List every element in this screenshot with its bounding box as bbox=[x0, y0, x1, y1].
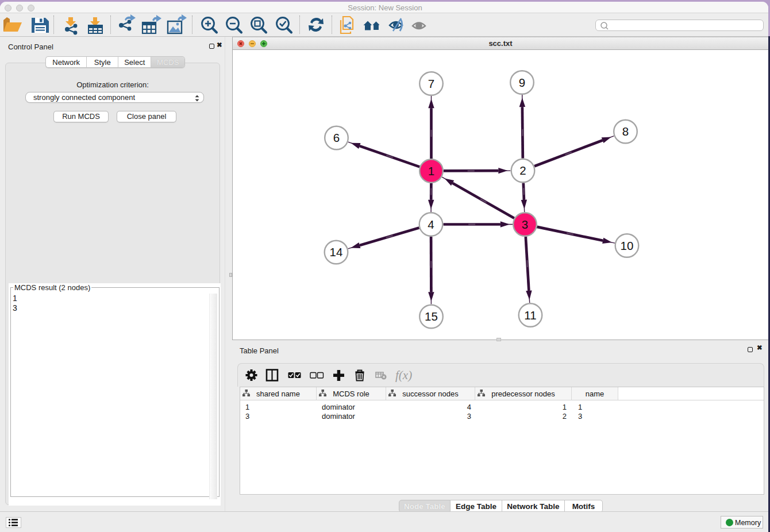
svg-text:15: 15 bbox=[425, 310, 438, 323]
svg-text:14: 14 bbox=[330, 245, 343, 259]
svg-text:1: 1 bbox=[428, 164, 434, 178]
svg-text:6: 6 bbox=[333, 131, 340, 144]
svg-text:3: 3 bbox=[522, 218, 528, 231]
svg-text:f(x): f(x) bbox=[395, 368, 412, 382]
svg-text:9: 9 bbox=[519, 76, 525, 89]
svg-text:11: 11 bbox=[524, 309, 536, 322]
svg-text:10: 10 bbox=[621, 239, 634, 252]
svg-text:4: 4 bbox=[428, 218, 434, 231]
svg-text:8: 8 bbox=[622, 125, 629, 138]
svg-text:2: 2 bbox=[519, 164, 526, 177]
svg-text:7: 7 bbox=[428, 77, 434, 90]
